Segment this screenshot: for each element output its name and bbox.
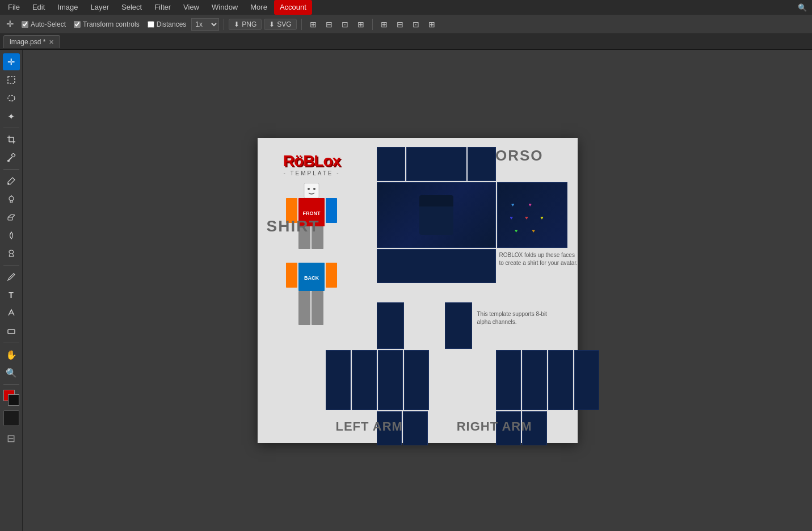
right-arm-panel-1: [496, 350, 521, 410]
png-label: PNG: [242, 20, 256, 28]
zoom-select[interactable]: 0.5x 1x 2x 3x 4x: [191, 18, 219, 31]
svg-rect-34: [286, 263, 297, 288]
menu-edit[interactable]: Edit: [27, 0, 51, 15]
menu-bar: File Edit Image Layer Select Filter View…: [0, 0, 812, 15]
main-area: ✛ ✦: [0, 50, 812, 531]
right-arm-label: RIGHT ARM: [457, 419, 532, 434]
toolbar-separator-1: [224, 19, 224, 30]
menu-account[interactable]: Account: [274, 0, 312, 15]
svg-rect-23: [304, 183, 319, 198]
menu-more[interactable]: More: [245, 0, 273, 15]
menu-view[interactable]: View: [178, 0, 205, 15]
left-arm-small-top2: [445, 302, 472, 349]
svg-line-18: [9, 253, 10, 256]
shirt-figure-back: BACK: [275, 263, 348, 331]
left-arm-label: LEFT ARM: [336, 419, 403, 434]
tool-eraser[interactable]: [3, 209, 20, 226]
transform-controls-input[interactable]: [74, 21, 81, 28]
tool-blur[interactable]: [3, 227, 20, 244]
tool-text[interactable]: T: [3, 286, 20, 304]
tool-separator-3: [3, 265, 19, 266]
svg-text:BACK: BACK: [304, 275, 319, 281]
menu-file[interactable]: File: [2, 0, 26, 15]
svg-line-16: [11, 214, 15, 215]
menu-window[interactable]: Window: [206, 0, 243, 15]
right-arm-panel-4: [574, 350, 599, 410]
svg-rect-11: [10, 201, 12, 203]
tool-crop[interactable]: [3, 131, 20, 148]
tool-brush[interactable]: [3, 172, 20, 189]
tab-close-btn[interactable]: ✕: [49, 39, 54, 46]
tool-hand[interactable]: ✋: [3, 346, 20, 363]
transform-controls-checkbox[interactable]: Transform controls: [71, 19, 142, 30]
shirt-label: SHIRT: [267, 217, 320, 235]
right-arm-panel-3: [548, 350, 573, 410]
svg-point-17: [9, 250, 14, 254]
left-arm-panel-4: [404, 350, 429, 410]
svg-export-btn[interactable]: ⬇ SVG: [264, 19, 296, 30]
auto-select-label: Auto-Select: [31, 20, 66, 28]
svg-point-24: [308, 188, 310, 190]
png-export-btn[interactable]: ⬇ PNG: [229, 19, 262, 30]
tool-shape[interactable]: [3, 323, 20, 340]
tool-select-rect[interactable]: [3, 71, 20, 88]
quick-mask-btn[interactable]: [3, 410, 19, 426]
roblox-template-canvas: RöBLox - TEMPLATE - FRONT: [258, 138, 578, 443]
tool-lasso[interactable]: [3, 90, 20, 107]
auto-select-checkbox[interactable]: Auto-Select: [19, 19, 69, 30]
download-icon: ⬇: [234, 20, 239, 28]
tool-zoom[interactable]: 🔍: [3, 364, 20, 381]
search-icon[interactable]: 🔍: [795, 0, 810, 15]
distances-input[interactable]: [148, 21, 154, 28]
toolbar-separator-3: [372, 19, 373, 30]
align-left-btn[interactable]: ⊞: [306, 18, 320, 31]
torso-panel-bottom: [377, 249, 496, 283]
tool-path-select[interactable]: [3, 305, 20, 322]
left-arm-panel-2: [352, 350, 377, 410]
align-right-btn[interactable]: ⊡: [338, 18, 352, 31]
left-toolbar: ✛ ✦: [0, 50, 23, 531]
menu-layer[interactable]: Layer: [85, 0, 115, 15]
color-swatches[interactable]: [3, 390, 19, 406]
distances-label: Distances: [157, 20, 187, 28]
svg-text:FRONT: FRONT: [302, 210, 320, 216]
screen-mode-btn[interactable]: ⊟: [3, 431, 19, 446]
svg-point-10: [9, 196, 14, 201]
tool-separator-5: [3, 384, 19, 385]
menu-filter[interactable]: Filter: [149, 0, 176, 15]
svg-rect-13: [8, 217, 12, 220]
tool-magic-wand[interactable]: ✦: [3, 108, 20, 125]
menu-image[interactable]: Image: [52, 0, 83, 15]
menu-select[interactable]: Select: [116, 0, 148, 15]
roblox-logo-text: RöBLox: [283, 152, 340, 170]
move-icon: ✛: [6, 19, 14, 30]
tool-pen[interactable]: [3, 268, 20, 285]
left-arm-panel-3: [378, 350, 403, 410]
move-tool-btn[interactable]: ✛: [3, 18, 16, 31]
svg-point-25: [313, 188, 315, 190]
tool-eyedropper[interactable]: [3, 149, 20, 166]
svg-point-1: [8, 95, 15, 101]
torso-panel-side-l: [377, 147, 405, 181]
svg-rect-0: [8, 77, 15, 83]
tool-clone[interactable]: [3, 191, 20, 208]
background-color[interactable]: [8, 394, 19, 406]
tool-burn[interactable]: [3, 245, 20, 262]
info-text-2: This template supports 8-bit alpha chann…: [477, 310, 557, 326]
distances-checkbox[interactable]: Distances: [145, 19, 190, 30]
active-tab[interactable]: image.psd * ✕: [3, 35, 60, 48]
torso-panel-main-top: [406, 147, 466, 181]
tool-move[interactable]: ✛: [3, 53, 20, 70]
svg-line-15: [12, 215, 15, 217]
auto-select-input[interactable]: [22, 21, 28, 28]
align-distribute-v-btn[interactable]: ⊞: [425, 18, 439, 31]
roblox-template-label: - TEMPLATE -: [283, 170, 340, 176]
align-bottom-btn[interactable]: ⊡: [409, 18, 423, 31]
toolbar: ✛ Auto-Select Transform controls Distanc…: [0, 15, 812, 34]
align-top-btn[interactable]: ⊞: [377, 18, 391, 31]
align-middle-btn[interactable]: ⊟: [393, 18, 407, 31]
align-distribute-btn[interactable]: ⊞: [354, 18, 368, 31]
info-text-1: ROBLOX folds up these faces to create a …: [499, 251, 579, 267]
align-center-h-btn[interactable]: ⊟: [322, 18, 336, 31]
svg-line-19: [12, 253, 14, 256]
